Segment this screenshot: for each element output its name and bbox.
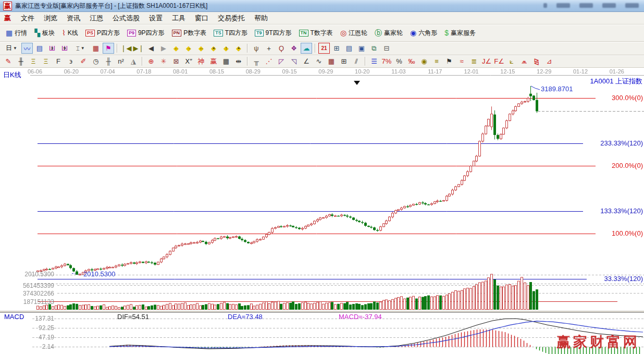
pan-hand-icon[interactable]: ψ: [251, 43, 262, 54]
n2-ruler-icon[interactable]: n²: [115, 56, 127, 67]
gann-diamond-cross-icon[interactable]: ◆×: [208, 43, 219, 54]
fibo-ruler-icon[interactable]: F: [53, 56, 64, 67]
trend-pen-icon[interactable]: ✎: [3, 56, 14, 67]
gann-box-icon[interactable]: ▦: [90, 43, 102, 54]
printer-icon[interactable]: ⊟: [381, 43, 392, 54]
zigzag-icon[interactable]: ∿: [313, 56, 325, 67]
titlebar-faint-item[interactable]: [625, 3, 639, 8]
angle-lines-icon[interactable]: ∠: [301, 56, 312, 67]
menu-item-文件[interactable]: 文件: [16, 13, 39, 24]
gann-diamond-allmove-icon[interactable]: ◆+: [233, 43, 244, 54]
gann-diamond-vmove-icon[interactable]: ◆↕: [220, 43, 232, 54]
candle-flag-icon[interactable]: ⚑: [443, 56, 455, 67]
chart-3-icon[interactable]: Ш3: [46, 43, 58, 54]
kline-mark-icon[interactable]: Ⅹ″: [183, 56, 194, 67]
menu-item-工具[interactable]: 工具: [167, 13, 190, 24]
sector-blocks-button[interactable]: ▚板块: [31, 27, 58, 39]
fan-lines-icon[interactable]: ⋰: [263, 56, 275, 67]
next-bar-icon[interactable]: ▶: [158, 43, 169, 54]
period-day-dropdown[interactable]: 日▼: [3, 43, 20, 54]
last-bar-icon[interactable]: ▶❘: [133, 43, 144, 54]
prev-bar-icon[interactable]: ◀: [145, 43, 157, 54]
calendar-21-icon[interactable]: 21: [318, 43, 330, 54]
kline-chart-canvas[interactable]: [0, 68, 644, 354]
menu-item-江恩[interactable]: 江恩: [85, 13, 108, 24]
j-angle-icon[interactable]: J∠: [481, 56, 492, 67]
angle-tool-icon[interactable]: ◮: [128, 56, 139, 67]
crosshair-icon[interactable]: ＋: [263, 43, 275, 54]
red-pen-icon[interactable]: ✐: [78, 56, 89, 67]
percent-box-icon[interactable]: 7%: [381, 56, 392, 67]
gann-diamond-left-icon[interactable]: ◆←: [170, 43, 182, 54]
gann-diamond-hmove-icon[interactable]: ◆↔: [195, 43, 207, 54]
menu-item-资讯[interactable]: 资讯: [62, 13, 85, 24]
zoom-tool-icon[interactable]: Ϙ: [276, 43, 287, 54]
gann-diamond-right-icon[interactable]: ◆→: [183, 43, 194, 54]
percent-icon[interactable]: %: [393, 56, 405, 67]
winner-service-button[interactable]: $赢家服务: [441, 27, 479, 39]
arc-ruler-icon[interactable]: ϶: [65, 56, 77, 67]
winner-wheel-button[interactable]: ⓑ赢家轮: [371, 27, 406, 39]
permille-line-icon[interactable]: ‰: [406, 56, 417, 67]
volume-profile-icon[interactable]: ⚑: [103, 43, 114, 54]
tick-ruler-icon[interactable]: ╫: [103, 56, 114, 67]
menu-item-浏览[interactable]: 浏览: [39, 13, 62, 24]
boxed-starburst-icon[interactable]: ⊠: [170, 56, 182, 67]
menu-item-设置[interactable]: 设置: [144, 13, 167, 24]
box-tool-icon[interactable]: ❖: [288, 43, 300, 54]
price-levels-icon[interactable]: ☰: [368, 56, 380, 67]
notebook-icon[interactable]: ▤: [343, 43, 355, 54]
gann-wheel-button[interactable]: ◎江恩轮: [337, 27, 371, 39]
save-disk-icon[interactable]: ▣: [356, 43, 367, 54]
width-arrows-icon[interactable]: ⇹: [233, 56, 244, 67]
shen-ruler-icon[interactable]: 神: [195, 56, 207, 67]
hexagon-button[interactable]: ◉六角形: [406, 27, 441, 39]
titlebar-faint-item[interactable]: [556, 3, 570, 8]
boxed-fan-icon[interactable]: ◸: [276, 56, 287, 67]
candle-style-dropdown[interactable]: ⌶▼: [71, 43, 89, 54]
kline-button[interactable]: ⌇K线: [58, 27, 82, 39]
chart-9-icon[interactable]: Ш9: [59, 43, 70, 54]
ying-ruler-icon[interactable]: 赢: [208, 56, 219, 67]
first-bar-icon[interactable]: ❘◀: [120, 43, 132, 54]
menu-item-窗口[interactable]: 窗口: [190, 13, 213, 24]
wave-band-icon[interactable]: ≈: [456, 56, 467, 67]
menu-item-公式选股[interactable]: 公式选股: [108, 13, 144, 24]
boxed-fan2-icon[interactable]: ◹: [288, 56, 300, 67]
titlebar-faint-item[interactable]: [602, 3, 616, 8]
f-angle-icon[interactable]: F∠: [493, 56, 505, 67]
speed-angle-icon[interactable]: ⩕: [518, 56, 530, 67]
cycle-clock-icon[interactable]: ◷: [90, 56, 102, 67]
starburst-icon[interactable]: ✳: [158, 56, 169, 67]
cloud-tool-icon[interactable]: ☁: [301, 43, 312, 54]
ruler-ticks-icon[interactable]: ╫: [15, 56, 27, 67]
grid-arrow-icon[interactable]: ⊞: [338, 56, 350, 67]
gold-circle-icon[interactable]: ◉: [418, 56, 430, 67]
network-icon[interactable]: ⧉: [368, 43, 380, 54]
menu-item-交易委托[interactable]: 交易委托: [213, 13, 250, 24]
gold-lines-icon[interactable]: ≡: [431, 56, 442, 67]
nine-p-square-button[interactable]: P99P四方形: [123, 27, 168, 39]
trend-wave-icon[interactable]: 〰: [21, 43, 33, 54]
parallel-lines-icon[interactable]: ⫽: [351, 56, 362, 67]
gold-angle-icon[interactable]: ⟀: [506, 56, 517, 67]
p-number-table-button[interactable]: PNP数字表: [168, 27, 210, 39]
grid-129-icon[interactable]: ▦: [220, 56, 232, 67]
gold-band-icon[interactable]: ≣: [468, 56, 480, 67]
pillar-frame-icon[interactable]: ╥: [251, 56, 262, 67]
p-square-button[interactable]: PSP四方形: [82, 27, 123, 39]
crosshair-circle-icon[interactable]: ⊕: [145, 56, 157, 67]
calculator-icon[interactable]: ⊞: [331, 43, 342, 54]
grid-tool-icon[interactable]: ▦: [326, 56, 337, 67]
t-number-table-button[interactable]: TNT数字表: [295, 27, 337, 39]
note-icon[interactable]: ▤: [34, 43, 45, 54]
menu-item-帮助[interactable]: 帮助: [250, 13, 273, 24]
t-square-button[interactable]: TST四方形: [210, 27, 251, 39]
nine-t-square-button[interactable]: T99T四方形: [251, 27, 295, 39]
gold-ruler-icon[interactable]: Ξ: [28, 56, 39, 67]
quote-table-button[interactable]: ▦行情: [2, 27, 31, 39]
four-angle-icon[interactable]: ⊿: [543, 56, 555, 67]
titlebar-faint-item[interactable]: [543, 3, 547, 8]
gold-ruler2-icon[interactable]: Ξ: [40, 56, 52, 67]
band-tool-icon[interactable]: ⧎: [531, 56, 542, 67]
